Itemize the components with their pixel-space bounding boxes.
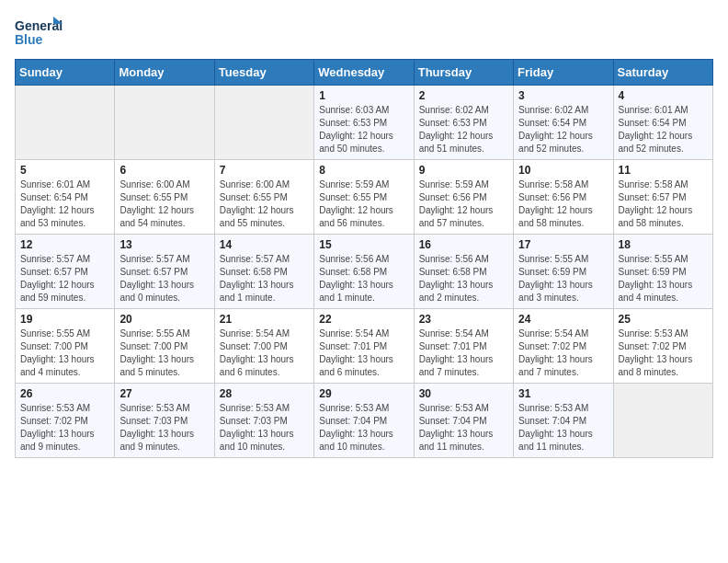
day-number: 3 (518, 89, 608, 102)
weekday-header-row: SundayMondayTuesdayWednesdayThursdayFrid… (16, 60, 713, 86)
day-info: Sunrise: 6:00 AM Sunset: 6:55 PM Dayligh… (119, 178, 209, 230)
day-number: 25 (619, 313, 708, 326)
day-number: 8 (319, 164, 408, 177)
day-number: 17 (518, 238, 608, 251)
calendar-cell (16, 86, 115, 160)
calendar-cell: 3Sunrise: 6:02 AM Sunset: 6:54 PM Daylig… (514, 86, 613, 160)
day-info: Sunrise: 5:53 AM Sunset: 7:02 PM Dayligh… (619, 327, 708, 379)
calendar-week-row: 12Sunrise: 5:57 AM Sunset: 6:57 PM Dayli… (16, 235, 713, 309)
day-number: 18 (619, 238, 708, 251)
day-number: 10 (518, 164, 608, 177)
day-number: 22 (319, 313, 408, 326)
calendar-cell: 11Sunrise: 5:58 AM Sunset: 6:57 PM Dayli… (613, 160, 712, 235)
day-number: 15 (319, 238, 408, 251)
day-info: Sunrise: 5:55 AM Sunset: 6:59 PM Dayligh… (518, 253, 608, 304)
day-info: Sunrise: 5:53 AM Sunset: 7:04 PM Dayligh… (419, 402, 508, 454)
calendar-cell: 26Sunrise: 5:53 AM Sunset: 7:02 PM Dayli… (16, 384, 115, 458)
day-number: 4 (619, 89, 708, 102)
weekday-header-monday: Monday (115, 60, 214, 86)
day-info: Sunrise: 5:54 AM Sunset: 7:01 PM Dayligh… (419, 327, 508, 379)
calendar-cell: 2Sunrise: 6:02 AM Sunset: 6:53 PM Daylig… (414, 86, 513, 160)
svg-text:Blue: Blue (15, 32, 43, 47)
calendar-cell: 24Sunrise: 5:54 AM Sunset: 7:02 PM Dayli… (514, 309, 613, 384)
day-number: 29 (319, 387, 408, 400)
day-info: Sunrise: 5:58 AM Sunset: 6:57 PM Dayligh… (619, 178, 708, 230)
day-number: 13 (119, 238, 209, 251)
day-info: Sunrise: 5:56 AM Sunset: 6:58 PM Dayligh… (319, 253, 408, 304)
weekday-header-saturday: Saturday (613, 60, 712, 86)
day-info: Sunrise: 6:01 AM Sunset: 6:54 PM Dayligh… (20, 178, 109, 230)
day-number: 12 (20, 238, 109, 251)
day-number: 28 (220, 387, 309, 400)
calendar-cell: 14Sunrise: 5:57 AM Sunset: 6:58 PM Dayli… (214, 235, 313, 309)
calendar-cell: 4Sunrise: 6:01 AM Sunset: 6:54 PM Daylig… (613, 86, 712, 160)
weekday-header-sunday: Sunday (16, 60, 115, 86)
day-number: 31 (518, 387, 608, 400)
day-number: 30 (419, 387, 508, 400)
day-number: 26 (20, 387, 109, 400)
weekday-header-thursday: Thursday (414, 60, 513, 86)
day-info: Sunrise: 5:53 AM Sunset: 7:03 PM Dayligh… (220, 402, 309, 454)
weekday-header-friday: Friday (514, 60, 613, 86)
calendar-cell: 18Sunrise: 5:55 AM Sunset: 6:59 PM Dayli… (613, 235, 712, 309)
day-info: Sunrise: 5:54 AM Sunset: 7:01 PM Dayligh… (319, 327, 408, 379)
calendar-cell: 20Sunrise: 5:55 AM Sunset: 7:00 PM Dayli… (115, 309, 214, 384)
calendar-cell: 27Sunrise: 5:53 AM Sunset: 7:03 PM Dayli… (115, 384, 214, 458)
day-info: Sunrise: 5:57 AM Sunset: 6:57 PM Dayligh… (20, 253, 109, 304)
calendar-table: SundayMondayTuesdayWednesdayThursdayFrid… (15, 59, 713, 458)
calendar-cell: 15Sunrise: 5:56 AM Sunset: 6:58 PM Dayli… (314, 235, 414, 309)
logo-svg: GeneralBlue (15, 15, 66, 50)
logo: GeneralBlue (15, 15, 66, 50)
day-number: 23 (419, 313, 508, 326)
day-info: Sunrise: 6:01 AM Sunset: 6:54 PM Dayligh… (619, 104, 708, 155)
calendar-cell: 23Sunrise: 5:54 AM Sunset: 7:01 PM Dayli… (414, 309, 513, 384)
day-number: 19 (20, 313, 109, 326)
calendar-week-row: 5Sunrise: 6:01 AM Sunset: 6:54 PM Daylig… (16, 160, 713, 235)
calendar-cell: 7Sunrise: 6:00 AM Sunset: 6:55 PM Daylig… (214, 160, 313, 235)
calendar-cell: 29Sunrise: 5:53 AM Sunset: 7:04 PM Dayli… (314, 384, 414, 458)
day-info: Sunrise: 6:03 AM Sunset: 6:53 PM Dayligh… (319, 104, 408, 155)
calendar-cell (214, 86, 313, 160)
calendar-cell: 17Sunrise: 5:55 AM Sunset: 6:59 PM Dayli… (514, 235, 613, 309)
day-number: 11 (619, 164, 708, 177)
day-number: 7 (220, 164, 309, 177)
day-info: Sunrise: 5:53 AM Sunset: 7:02 PM Dayligh… (20, 402, 109, 454)
day-info: Sunrise: 5:54 AM Sunset: 7:02 PM Dayligh… (518, 327, 608, 379)
day-info: Sunrise: 5:59 AM Sunset: 6:55 PM Dayligh… (319, 178, 408, 230)
calendar-week-row: 26Sunrise: 5:53 AM Sunset: 7:02 PM Dayli… (16, 384, 713, 458)
page-header: GeneralBlue (15, 15, 713, 50)
calendar-cell: 8Sunrise: 5:59 AM Sunset: 6:55 PM Daylig… (314, 160, 414, 235)
day-number: 6 (119, 164, 209, 177)
weekday-header-wednesday: Wednesday (314, 60, 414, 86)
calendar-cell: 1Sunrise: 6:03 AM Sunset: 6:53 PM Daylig… (314, 86, 414, 160)
day-info: Sunrise: 5:57 AM Sunset: 6:57 PM Dayligh… (119, 253, 209, 304)
day-number: 9 (419, 164, 508, 177)
calendar-cell: 30Sunrise: 5:53 AM Sunset: 7:04 PM Dayli… (414, 384, 513, 458)
calendar-cell (613, 384, 712, 458)
day-info: Sunrise: 5:55 AM Sunset: 6:59 PM Dayligh… (619, 253, 708, 304)
day-info: Sunrise: 6:00 AM Sunset: 6:55 PM Dayligh… (220, 178, 309, 230)
day-number: 20 (119, 313, 209, 326)
day-info: Sunrise: 6:02 AM Sunset: 6:54 PM Dayligh… (518, 104, 608, 155)
day-info: Sunrise: 5:57 AM Sunset: 6:58 PM Dayligh… (220, 253, 309, 304)
day-info: Sunrise: 5:56 AM Sunset: 6:58 PM Dayligh… (419, 253, 508, 304)
calendar-cell: 9Sunrise: 5:59 AM Sunset: 6:56 PM Daylig… (414, 160, 513, 235)
day-number: 1 (319, 89, 408, 102)
day-info: Sunrise: 5:59 AM Sunset: 6:56 PM Dayligh… (419, 178, 508, 230)
calendar-cell: 12Sunrise: 5:57 AM Sunset: 6:57 PM Dayli… (16, 235, 115, 309)
calendar-cell: 25Sunrise: 5:53 AM Sunset: 7:02 PM Dayli… (613, 309, 712, 384)
day-number: 2 (419, 89, 508, 102)
day-info: Sunrise: 5:54 AM Sunset: 7:00 PM Dayligh… (220, 327, 309, 379)
calendar-cell: 10Sunrise: 5:58 AM Sunset: 6:56 PM Dayli… (514, 160, 613, 235)
day-info: Sunrise: 5:55 AM Sunset: 7:00 PM Dayligh… (20, 327, 109, 379)
calendar-cell: 6Sunrise: 6:00 AM Sunset: 6:55 PM Daylig… (115, 160, 214, 235)
calendar-week-row: 19Sunrise: 5:55 AM Sunset: 7:00 PM Dayli… (16, 309, 713, 384)
day-number: 14 (220, 238, 309, 251)
calendar-cell: 21Sunrise: 5:54 AM Sunset: 7:00 PM Dayli… (214, 309, 313, 384)
day-number: 5 (20, 164, 109, 177)
day-info: Sunrise: 5:53 AM Sunset: 7:04 PM Dayligh… (518, 402, 608, 454)
calendar-cell (115, 86, 214, 160)
day-info: Sunrise: 5:53 AM Sunset: 7:03 PM Dayligh… (119, 402, 209, 454)
day-info: Sunrise: 5:58 AM Sunset: 6:56 PM Dayligh… (518, 178, 608, 230)
day-info: Sunrise: 6:02 AM Sunset: 6:53 PM Dayligh… (419, 104, 508, 155)
